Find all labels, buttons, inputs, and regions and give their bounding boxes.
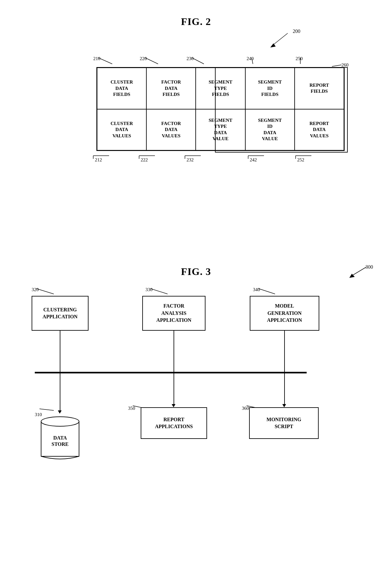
ref-300: 300 xyxy=(365,264,373,270)
ref-252-area: 252 xyxy=(294,154,319,163)
svg-point-27 xyxy=(41,417,79,426)
ref-242-area: 242 xyxy=(247,154,272,163)
cell-segment-id-data-value: SEGMENTIDDATAVALUE xyxy=(245,109,295,151)
ref-252: 252 xyxy=(297,157,304,163)
svg-marker-1 xyxy=(270,43,276,47)
cell-segment-id-fields: SEGMENTIDFIELDS xyxy=(245,68,295,109)
bus-line xyxy=(35,372,307,373)
data-store-cylinder: DATA STORE xyxy=(38,414,82,465)
svg-line-22 xyxy=(259,289,275,294)
ref-200: 200 xyxy=(293,28,300,34)
cell-factor-data-values: FACTORDATAVALUES xyxy=(146,109,196,151)
cell-report-fields: REPORTFIELDS xyxy=(295,68,344,109)
ref-arrows-fig2 xyxy=(92,58,351,67)
cell-segment-type-fields: SEGMENTTYPEFIELDS xyxy=(196,68,245,109)
fig3-title: FIG. 3 xyxy=(0,256,392,278)
line-clustering-to-bus xyxy=(60,331,60,372)
ref-300-area: 300 xyxy=(341,264,373,281)
ref-222-area: 222 xyxy=(138,154,163,163)
cell-cluster-data-fields: CLUSTERDATAFIELDS xyxy=(97,68,146,109)
line-model-to-bus xyxy=(284,331,285,372)
line-factor-to-bus xyxy=(174,331,174,372)
factor-analysis-box: FACTORANALYSISAPPLICATION xyxy=(142,296,205,331)
cell-report-data-values: REPORTDATAVALUES xyxy=(295,109,344,151)
svg-line-20 xyxy=(36,289,54,294)
ref-212-area: 212 xyxy=(92,154,117,163)
svg-line-21 xyxy=(150,289,168,294)
svg-text:DATA: DATA xyxy=(53,435,67,440)
model-generation-box: MODELGENERATIONAPPLICATION xyxy=(250,296,319,331)
svg-line-18 xyxy=(351,267,367,276)
monitoring-script-box: MONITORINGSCRIPT xyxy=(249,407,319,439)
line-bus-to-monitoring xyxy=(284,373,285,405)
data-table: CLUSTERDATAFIELDS FACTORDATAFIELDS SEGME… xyxy=(96,67,345,151)
cell-cluster-data-values: CLUSTERDATAVALUES xyxy=(97,109,146,151)
svg-line-5 xyxy=(252,58,253,64)
ref-232-area: 232 xyxy=(183,154,209,163)
ref-232: 232 xyxy=(187,157,194,163)
ref-242: 242 xyxy=(250,157,257,163)
ref-arrows-fig3 xyxy=(22,287,370,297)
fig3-diagram: 320 330 340 CLUSTERINGAPPLICATION FACTOR… xyxy=(22,287,370,515)
report-applications-box: REPORTAPPLICATIONS xyxy=(141,407,207,439)
fig3-section: FIG. 3 300 320 330 340 CLUSTERINGAPPLICA… xyxy=(0,256,392,515)
svg-line-4 xyxy=(192,58,204,64)
cell-segment-type-data-value: SEGMENTTYPEDATAVALUE xyxy=(196,109,245,151)
line-bus-to-report xyxy=(174,373,174,405)
svg-line-2 xyxy=(98,58,112,64)
fig2-title: FIG. 2 xyxy=(0,0,392,28)
ref-222: 222 xyxy=(141,157,148,163)
svg-line-0 xyxy=(272,33,288,46)
ref-212: 212 xyxy=(95,157,102,163)
cell-factor-data-fields: FACTORDATAFIELDS xyxy=(146,68,196,109)
ref-260-line xyxy=(329,62,345,68)
cylinder-svg: DATA STORE xyxy=(38,414,82,464)
svg-line-3 xyxy=(145,58,158,64)
svg-line-23 xyxy=(40,409,54,410)
svg-line-7 xyxy=(332,65,341,66)
svg-text:STORE: STORE xyxy=(52,441,69,447)
clustering-application-box: CLUSTERINGAPPLICATION xyxy=(32,296,89,331)
